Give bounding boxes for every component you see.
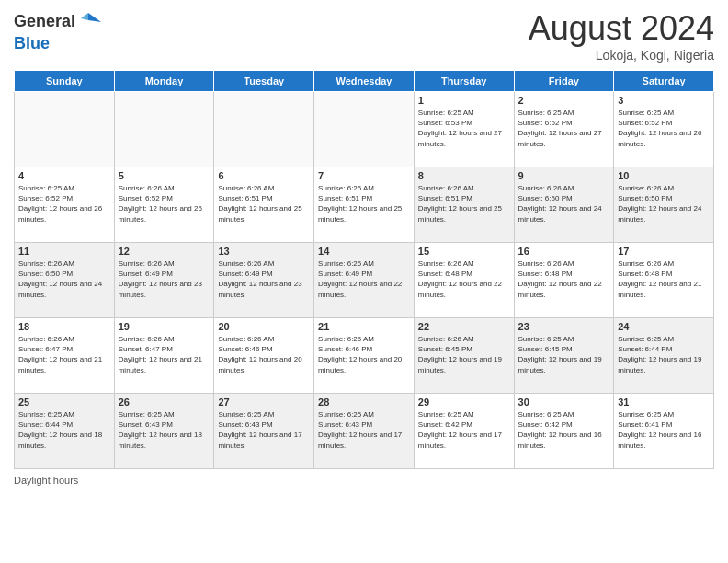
calendar-cell: 2Sunrise: 6:25 AM Sunset: 6:52 PM Daylig…	[514, 92, 614, 167]
day-info: Sunrise: 6:26 AM Sunset: 6:48 PM Dayligh…	[518, 259, 610, 300]
header: General Blue August 2024 Lokoja, Kogi, N…	[14, 9, 714, 63]
day-info: Sunrise: 6:26 AM Sunset: 6:46 PM Dayligh…	[318, 334, 410, 375]
footer: Daylight hours	[14, 475, 714, 486]
calendar-cell: 31Sunrise: 6:25 AM Sunset: 6:41 PM Dayli…	[614, 394, 714, 469]
logo-general: General	[14, 13, 75, 31]
day-number: 8	[418, 170, 510, 181]
day-info: Sunrise: 6:25 AM Sunset: 6:52 PM Dayligh…	[18, 183, 110, 224]
day-number: 7	[318, 170, 410, 181]
day-info: Sunrise: 6:26 AM Sunset: 6:48 PM Dayligh…	[418, 259, 510, 300]
calendar-cell: 1Sunrise: 6:25 AM Sunset: 6:53 PM Daylig…	[414, 92, 514, 167]
daylight-label: Daylight hours	[14, 475, 78, 486]
day-number: 18	[18, 321, 110, 332]
day-number: 20	[218, 321, 310, 332]
day-number: 10	[618, 170, 710, 181]
day-number: 30	[518, 396, 610, 408]
calendar-cell: 18Sunrise: 6:26 AM Sunset: 6:47 PM Dayli…	[15, 318, 115, 394]
day-number: 31	[618, 396, 710, 408]
location: Lokoja, Kogi, Nigeria	[529, 48, 714, 63]
calendar-cell: 22Sunrise: 6:26 AM Sunset: 6:45 PM Dayli…	[414, 318, 514, 394]
logo-bird-icon	[75, 9, 101, 35]
day-info: Sunrise: 6:26 AM Sunset: 6:47 PM Dayligh…	[18, 334, 110, 375]
day-number: 4	[18, 170, 110, 181]
day-number: 3	[618, 95, 710, 106]
col-tuesday: Tuesday	[214, 71, 314, 92]
calendar-cell: 27Sunrise: 6:25 AM Sunset: 6:43 PM Dayli…	[214, 394, 314, 469]
day-info: Sunrise: 6:26 AM Sunset: 6:48 PM Dayligh…	[618, 259, 710, 300]
day-number: 28	[318, 396, 410, 408]
calendar-week-0: 1Sunrise: 6:25 AM Sunset: 6:53 PM Daylig…	[15, 92, 714, 167]
calendar-week-3: 18Sunrise: 6:26 AM Sunset: 6:47 PM Dayli…	[15, 318, 714, 394]
day-info: Sunrise: 6:26 AM Sunset: 6:49 PM Dayligh…	[318, 259, 410, 300]
day-number: 23	[518, 321, 610, 332]
svg-marker-1	[81, 13, 88, 20]
month-year: August 2024	[529, 9, 714, 48]
day-number: 9	[518, 170, 610, 181]
calendar-cell: 8Sunrise: 6:26 AM Sunset: 6:51 PM Daylig…	[414, 167, 514, 243]
day-number: 13	[218, 246, 310, 257]
calendar-cell: 30Sunrise: 6:25 AM Sunset: 6:42 PM Dayli…	[514, 394, 614, 469]
day-number: 1	[418, 95, 510, 106]
day-number: 25	[18, 396, 110, 408]
day-info: Sunrise: 6:25 AM Sunset: 6:41 PM Dayligh…	[618, 409, 710, 451]
title-block: August 2024 Lokoja, Kogi, Nigeria	[529, 9, 714, 63]
svg-marker-0	[88, 13, 101, 22]
calendar-cell: 5Sunrise: 6:26 AM Sunset: 6:52 PM Daylig…	[114, 167, 214, 243]
calendar-cell: 15Sunrise: 6:26 AM Sunset: 6:48 PM Dayli…	[414, 243, 514, 318]
col-friday: Friday	[514, 71, 614, 92]
day-number: 29	[418, 396, 510, 408]
calendar-cell: 12Sunrise: 6:26 AM Sunset: 6:49 PM Dayli…	[114, 243, 214, 318]
col-thursday: Thursday	[414, 71, 514, 92]
day-info: Sunrise: 6:26 AM Sunset: 6:52 PM Dayligh…	[119, 183, 210, 224]
col-sunday: Sunday	[15, 71, 115, 92]
day-info: Sunrise: 6:26 AM Sunset: 6:51 PM Dayligh…	[218, 183, 310, 224]
day-info: Sunrise: 6:25 AM Sunset: 6:53 PM Dayligh…	[418, 108, 510, 149]
logo-blue: Blue	[14, 34, 50, 52]
calendar-cell: 10Sunrise: 6:26 AM Sunset: 6:50 PM Dayli…	[614, 167, 714, 243]
logo: General Blue	[14, 9, 101, 53]
day-info: Sunrise: 6:26 AM Sunset: 6:51 PM Dayligh…	[418, 183, 510, 224]
day-info: Sunrise: 6:25 AM Sunset: 6:52 PM Dayligh…	[618, 108, 710, 149]
day-number: 27	[218, 396, 310, 408]
day-info: Sunrise: 6:26 AM Sunset: 6:49 PM Dayligh…	[119, 259, 210, 300]
day-info: Sunrise: 6:26 AM Sunset: 6:50 PM Dayligh…	[518, 183, 610, 224]
calendar-cell: 17Sunrise: 6:26 AM Sunset: 6:48 PM Dayli…	[614, 243, 714, 318]
day-info: Sunrise: 6:25 AM Sunset: 6:43 PM Dayligh…	[218, 409, 310, 451]
day-number: 24	[618, 321, 710, 332]
day-number: 11	[18, 246, 110, 257]
col-monday: Monday	[114, 71, 214, 92]
day-info: Sunrise: 6:25 AM Sunset: 6:44 PM Dayligh…	[18, 409, 110, 451]
day-info: Sunrise: 6:26 AM Sunset: 6:47 PM Dayligh…	[119, 334, 210, 375]
calendar-cell: 29Sunrise: 6:25 AM Sunset: 6:42 PM Dayli…	[414, 394, 514, 469]
calendar-cell: 11Sunrise: 6:26 AM Sunset: 6:50 PM Dayli…	[15, 243, 115, 318]
calendar-cell: 21Sunrise: 6:26 AM Sunset: 6:46 PM Dayli…	[314, 318, 415, 394]
day-info: Sunrise: 6:26 AM Sunset: 6:49 PM Dayligh…	[218, 259, 310, 300]
day-number: 19	[119, 321, 210, 332]
calendar-cell: 14Sunrise: 6:26 AM Sunset: 6:49 PM Dayli…	[314, 243, 415, 318]
day-info: Sunrise: 6:26 AM Sunset: 6:50 PM Dayligh…	[618, 183, 710, 224]
calendar-cell: 4Sunrise: 6:25 AM Sunset: 6:52 PM Daylig…	[15, 167, 115, 243]
day-info: Sunrise: 6:26 AM Sunset: 6:51 PM Dayligh…	[318, 183, 410, 224]
day-info: Sunrise: 6:25 AM Sunset: 6:45 PM Dayligh…	[518, 334, 610, 375]
calendar-cell: 7Sunrise: 6:26 AM Sunset: 6:51 PM Daylig…	[314, 167, 415, 243]
calendar-cell: 28Sunrise: 6:25 AM Sunset: 6:43 PM Dayli…	[314, 394, 415, 469]
day-info: Sunrise: 6:26 AM Sunset: 6:50 PM Dayligh…	[18, 259, 110, 300]
day-info: Sunrise: 6:25 AM Sunset: 6:42 PM Dayligh…	[518, 409, 610, 451]
day-number: 6	[218, 170, 310, 181]
calendar-week-4: 25Sunrise: 6:25 AM Sunset: 6:44 PM Dayli…	[15, 394, 714, 469]
day-number: 15	[418, 246, 510, 257]
calendar-cell	[114, 92, 214, 167]
calendar-cell: 20Sunrise: 6:26 AM Sunset: 6:46 PM Dayli…	[214, 318, 314, 394]
calendar-cell: 16Sunrise: 6:26 AM Sunset: 6:48 PM Dayli…	[514, 243, 614, 318]
day-info: Sunrise: 6:25 AM Sunset: 6:43 PM Dayligh…	[318, 409, 410, 451]
calendar-cell	[314, 92, 415, 167]
calendar-cell: 13Sunrise: 6:26 AM Sunset: 6:49 PM Dayli…	[214, 243, 314, 318]
col-wednesday: Wednesday	[314, 71, 415, 92]
day-number: 2	[518, 95, 610, 106]
calendar-header-row: Sunday Monday Tuesday Wednesday Thursday…	[15, 71, 714, 92]
day-info: Sunrise: 6:26 AM Sunset: 6:46 PM Dayligh…	[218, 334, 310, 375]
day-number: 14	[318, 246, 410, 257]
day-info: Sunrise: 6:25 AM Sunset: 6:42 PM Dayligh…	[418, 409, 510, 451]
day-info: Sunrise: 6:25 AM Sunset: 6:43 PM Dayligh…	[119, 409, 210, 451]
day-number: 26	[119, 396, 210, 408]
